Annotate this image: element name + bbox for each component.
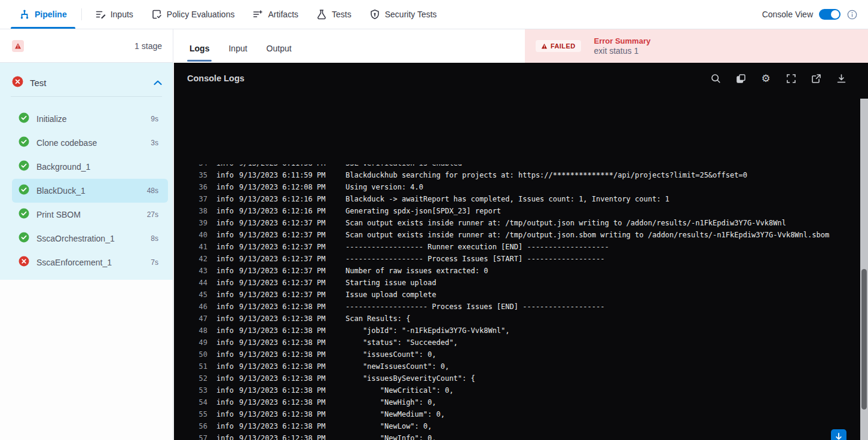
log-line: 54info9/13/2023 6:12:38 PM "NewHigh": 0, xyxy=(174,396,860,408)
step-success-icon xyxy=(19,112,29,126)
step-row[interactable]: SscaEnforcement_1 7s xyxy=(12,250,168,274)
info-icon[interactable] xyxy=(846,9,857,20)
log-line-number: 45 xyxy=(174,289,207,301)
step-row[interactable]: Print SBOM 27s xyxy=(12,203,168,227)
log-line-number: 43 xyxy=(174,265,207,277)
fullscreen-icon[interactable] xyxy=(786,73,796,84)
log-timestamp: 9/13/2023 6:12:38 PM xyxy=(239,360,325,372)
log-line-number: 44 xyxy=(174,277,207,289)
search-icon[interactable] xyxy=(710,73,721,84)
failed-warning-icon xyxy=(541,43,548,50)
settings-gear-icon[interactable]: ⚙ xyxy=(760,73,771,84)
step-row[interactable]: BlackDuck_1 48s xyxy=(12,179,168,203)
step-success-icon xyxy=(19,184,29,197)
tab-logs[interactable]: Logs xyxy=(187,44,212,63)
log-line: 46info9/13/2023 6:12:38 PM--------------… xyxy=(174,301,860,313)
console-view-toggle[interactable] xyxy=(819,9,841,20)
log-viewport: 34info9/13/2023 6:11:58 PMSSL verificati… xyxy=(174,164,860,440)
tab-inputs[interactable]: Inputs xyxy=(90,0,138,29)
step-duration: 27s xyxy=(147,210,158,219)
log-level: info xyxy=(216,408,234,420)
log-timestamp: 9/13/2023 6:12:37 PM xyxy=(239,265,325,277)
step-success-icon xyxy=(19,232,29,245)
log-timestamp: 9/13/2023 6:12:38 PM xyxy=(239,384,325,396)
log-timestamp: 9/13/2023 6:12:38 PM xyxy=(239,420,325,432)
log-timestamp: 9/13/2023 6:12:37 PM xyxy=(239,289,325,301)
console-scrollbar-thumb[interactable] xyxy=(861,269,867,410)
top-nav-tabs: Pipeline Inputs P xyxy=(0,0,450,29)
pipeline-icon xyxy=(19,9,30,20)
log-level: info xyxy=(216,384,234,396)
tab-tests[interactable]: Tests xyxy=(311,0,356,29)
log-level: info xyxy=(216,325,234,337)
log-timestamp: 9/13/2023 6:12:37 PM xyxy=(239,277,325,289)
log-level: info xyxy=(216,241,234,253)
console-log-lines: 34info9/13/2023 6:11:58 PMSSL verificati… xyxy=(174,164,860,440)
tab-output[interactable]: Output xyxy=(264,44,294,63)
open-in-new-icon[interactable] xyxy=(811,73,821,84)
execution-sidebar: Test xyxy=(0,63,173,440)
log-level: info xyxy=(216,360,234,372)
step-row[interactable]: Background_1 xyxy=(12,155,168,179)
log-line-number: 57 xyxy=(174,432,207,440)
log-timestamp: 9/13/2023 6:12:16 PM xyxy=(239,205,325,217)
chevron-up-icon[interactable] xyxy=(154,77,162,88)
tab-policy-evaluations[interactable]: Policy Evaluations xyxy=(146,0,240,29)
step-name: Background_1 xyxy=(36,162,151,172)
step-name: Clone codebase xyxy=(36,138,143,148)
log-timestamp: 9/13/2023 6:12:38 PM xyxy=(239,301,325,313)
tab-security-tests[interactable]: Security Tests xyxy=(365,0,442,29)
tab-output-label: Output xyxy=(267,44,292,53)
scroll-to-bottom-button[interactable] xyxy=(831,429,846,440)
log-level: info xyxy=(216,313,234,325)
tab-logs-label: Logs xyxy=(190,44,209,53)
log-line: 57info9/13/2023 6:12:38 PM "NewInfo": 0, xyxy=(174,432,860,440)
tab-security-tests-label: Security Tests xyxy=(385,10,437,19)
log-line-number: 49 xyxy=(174,337,207,349)
log-line-number: 54 xyxy=(174,396,207,408)
step-row[interactable]: Initialize 9s xyxy=(12,107,168,131)
log-line: 40info9/13/2023 6:12:37 PMScan output ex… xyxy=(174,229,860,241)
arrow-down-icon xyxy=(835,433,842,440)
step-row[interactable]: SscaOrchestration_1 8s xyxy=(12,227,168,250)
stage-header[interactable]: Test xyxy=(0,70,173,95)
log-level: info xyxy=(216,205,234,217)
log-line: 47info9/13/2023 6:12:38 PMScan Results: … xyxy=(174,313,860,325)
step-row[interactable]: Clone codebase 3s xyxy=(12,131,168,155)
log-message: Starting issue upload xyxy=(346,277,436,289)
tab-artifacts-label: Artifacts xyxy=(268,10,298,19)
log-line: 53info9/13/2023 6:12:38 PM "NewCritical"… xyxy=(174,384,860,396)
log-timestamp: 9/13/2023 6:12:38 PM xyxy=(239,396,325,408)
log-timestamp: 9/13/2023 6:12:37 PM xyxy=(239,241,325,253)
log-message: Scan output exists inside runner at: /tm… xyxy=(346,217,786,229)
stage-summary-bar: 1 stage xyxy=(0,29,173,63)
console-actions: ⚙ xyxy=(710,73,855,84)
log-timestamp: 9/13/2023 6:11:58 PM xyxy=(239,164,325,169)
log-level: info xyxy=(216,193,234,205)
log-line-number: 51 xyxy=(174,360,207,372)
stage-divider xyxy=(11,96,162,97)
status-badge: FAILED xyxy=(536,40,581,52)
log-line: 41info9/13/2023 6:12:37 PM--------------… xyxy=(174,241,860,253)
log-timestamp: 9/13/2023 6:12:16 PM xyxy=(239,193,325,205)
log-message: "NewMedium": 0, xyxy=(346,408,445,420)
download-icon[interactable] xyxy=(836,73,846,84)
copy-icon[interactable] xyxy=(735,73,746,84)
log-line: 56info9/13/2023 6:12:38 PM "NewLow": 0, xyxy=(174,420,860,432)
log-line-number: 50 xyxy=(174,349,207,360)
tab-tests-label: Tests xyxy=(332,10,352,19)
console-scrollbar[interactable] xyxy=(860,99,868,440)
nav-divider xyxy=(81,8,82,20)
log-message: SSL verification is enabled xyxy=(346,164,462,169)
log-line: 49info9/13/2023 6:12:38 PM "status": "Su… xyxy=(174,337,860,349)
tab-artifacts[interactable]: Artifacts xyxy=(247,0,303,29)
tab-input-label: Input xyxy=(228,44,247,53)
error-summary-title: Error Summary xyxy=(594,36,651,45)
log-line-number: 36 xyxy=(174,181,207,193)
step-success-icon xyxy=(19,136,29,149)
tab-input[interactable]: Input xyxy=(226,44,249,63)
log-level: info xyxy=(216,432,234,440)
log-line: 35info9/13/2023 6:11:59 PMBlackduckhub s… xyxy=(174,169,860,181)
log-message: ------------------ Process Issues [START… xyxy=(346,253,604,265)
tab-pipeline[interactable]: Pipeline xyxy=(14,0,72,29)
